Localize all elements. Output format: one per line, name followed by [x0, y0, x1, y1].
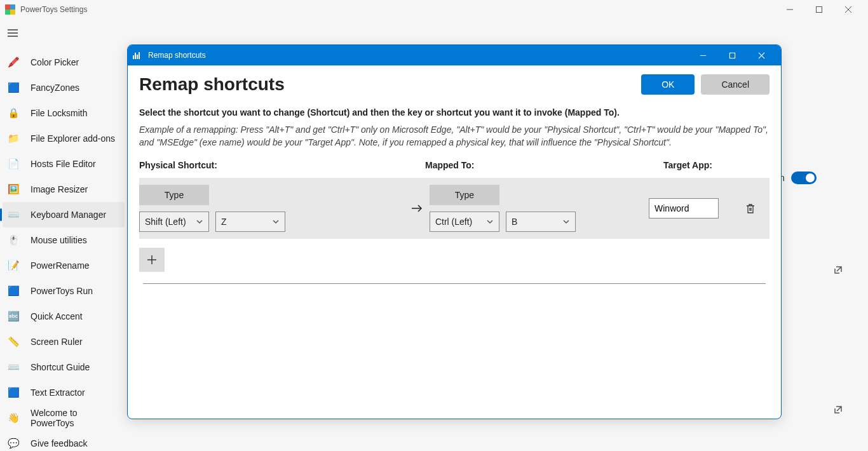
- dialog-icon: [133, 51, 143, 59]
- sidebar-item-label: Keyboard Manager: [31, 210, 106, 220]
- dialog-titlebar: Remap shortcuts: [128, 45, 781, 65]
- fancyzones-icon: 🟦: [8, 82, 19, 93]
- sidebar-item-keyboard-manager[interactable]: ⌨️Keyboard Manager: [3, 202, 125, 227]
- app-icon: [5, 4, 15, 15]
- run-icon: 🟦: [8, 285, 19, 297]
- svg-rect-1: [817, 7, 822, 13]
- chevron-down-icon: [562, 218, 570, 226]
- lock-icon: 🔒: [8, 107, 19, 119]
- dialog-maximize-button[interactable]: [717, 45, 747, 65]
- mapped-key2-dropdown[interactable]: B: [506, 212, 576, 232]
- sidebar-item-label: Mouse utilities: [31, 235, 87, 245]
- hamburger-button[interactable]: [0, 22, 25, 44]
- mapped-type-button[interactable]: Type: [430, 185, 499, 205]
- remap-shortcuts-dialog: Remap shortcuts Remap shortcuts OK Cance…: [127, 44, 782, 419]
- column-mapped-label: Mapped To:: [425, 160, 663, 170]
- text-icon: 🟦: [8, 387, 19, 398]
- close-button[interactable]: [834, 0, 863, 19]
- sidebar-item-label: Screen Ruler: [31, 337, 83, 347]
- document-icon: 📄: [8, 158, 19, 170]
- image-icon: 🖼️: [8, 184, 19, 195]
- sidebar-item-label: Shortcut Guide: [31, 362, 90, 372]
- sidebar-item-fancyzones[interactable]: 🟦FancyZones: [0, 75, 127, 100]
- shortcut-icon: ⌨️: [8, 361, 19, 373]
- arrow-right-icon: [410, 202, 423, 215]
- example-text: Example of a remapping: Press "Alt+T" an…: [139, 124, 770, 149]
- physical-type-button[interactable]: Type: [139, 185, 209, 205]
- window-title: PowerToys Settings: [20, 5, 87, 14]
- sidebar-item-shortcut-guide[interactable]: ⌨️Shortcut Guide: [0, 354, 127, 380]
- sidebar-item-label: Give feedback: [31, 438, 88, 448]
- chevron-down-icon: [272, 218, 280, 226]
- remap-row: Type Shift (Left) Z Type Ctrl (Left) B: [139, 178, 770, 239]
- keyboard-icon: ⌨️: [8, 209, 19, 220]
- accent-icon: 🔤: [8, 311, 19, 322]
- columns-header: Physical Shortcut: Mapped To: Target App…: [139, 160, 770, 170]
- target-app-input[interactable]: [649, 198, 719, 219]
- ok-button[interactable]: OK: [641, 74, 695, 95]
- sidebar-item-label: Image Resizer: [31, 184, 88, 194]
- sidebar-item-label: Color Picker: [31, 57, 79, 67]
- sidebar-item-hosts-editor[interactable]: 📄Hosts File Editor: [0, 151, 127, 177]
- chevron-down-icon: [196, 218, 203, 226]
- sidebar-item-file-locksmith[interactable]: 🔒File Locksmith: [0, 100, 127, 126]
- sidebar-item-label: FancyZones: [31, 83, 79, 93]
- sidebar-item-label: PowerToys Run: [31, 286, 93, 296]
- sidebar-item-mouse-utilities[interactable]: 🖱️Mouse utilities: [0, 227, 127, 253]
- sidebar-item-quick-accent[interactable]: 🔤Quick Accent: [0, 304, 127, 329]
- mapped-key1-dropdown[interactable]: Ctrl (Left): [430, 212, 499, 232]
- rename-icon: 📝: [8, 260, 19, 271]
- sidebar-item-label: File Explorer add-ons: [31, 133, 115, 144]
- sidebar-item-color-picker[interactable]: 🖍️Color Picker: [0, 50, 127, 75]
- divider: [143, 283, 766, 284]
- setting-card-2[interactable]: [792, 394, 855, 426]
- ruler-icon: 📏: [8, 336, 19, 347]
- sidebar-item-file-explorer[interactable]: 📁File Explorer add-ons: [0, 126, 127, 151]
- sidebar-item-label: Quick Accent: [31, 311, 83, 321]
- sidebar-item-label: File Locksmith: [31, 108, 87, 118]
- sidebar-item-feedback[interactable]: 💬Give feedback: [0, 431, 127, 451]
- minimize-button[interactable]: [775, 0, 804, 19]
- feedback-icon: 💬: [8, 438, 19, 449]
- sidebar-item-image-resizer[interactable]: 🖼️Image Resizer: [0, 177, 127, 202]
- plus-icon: [146, 254, 158, 266]
- sidebar-item-screen-ruler[interactable]: 📏Screen Ruler: [0, 329, 127, 354]
- setting-card[interactable]: [792, 254, 855, 286]
- chevron-down-icon: [486, 218, 494, 226]
- sidebar-item-powertoys-run[interactable]: 🟦PowerToys Run: [0, 278, 127, 304]
- sidebar-item-powerrename[interactable]: 📝PowerRename: [0, 253, 127, 278]
- column-physical-label: Physical Shortcut:: [139, 160, 425, 170]
- add-row-button[interactable]: [139, 248, 165, 272]
- folder-icon: 📁: [8, 133, 19, 144]
- sidebar-item-text-extractor[interactable]: 🟦Text Extractor: [0, 380, 127, 405]
- welcome-icon: 👋: [8, 412, 19, 424]
- sidebar: 🖍️Color Picker 🟦FancyZones 🔒File Locksmi…: [0, 19, 127, 451]
- mouse-icon: 🖱️: [8, 234, 19, 246]
- dialog-minimize-button[interactable]: [688, 45, 717, 65]
- instruction-text: Select the shortcut you want to change (…: [139, 107, 770, 118]
- svg-rect-8: [729, 53, 735, 58]
- open-link-icon: [834, 405, 843, 414]
- column-target-label: Target App:: [663, 160, 770, 170]
- sidebar-item-label: Welcome to PowerToys: [31, 408, 119, 428]
- titlebar: PowerToys Settings: [0, 0, 868, 19]
- sidebar-item-label: Text Extractor: [31, 387, 85, 398]
- color-picker-icon: 🖍️: [8, 57, 19, 68]
- dialog-close-button[interactable]: [747, 45, 776, 65]
- delete-row-button[interactable]: [744, 202, 757, 215]
- cancel-button[interactable]: Cancel: [701, 74, 770, 95]
- enable-toggle-row: On: [773, 165, 855, 191]
- dialog-title: Remap shortcuts: [148, 51, 206, 60]
- enable-toggle[interactable]: [791, 172, 817, 184]
- sidebar-item-label: PowerRename: [31, 260, 90, 271]
- open-link-icon: [834, 266, 843, 274]
- physical-key1-dropdown[interactable]: Shift (Left): [139, 212, 209, 232]
- sidebar-item-label: Hosts File Editor: [31, 159, 96, 169]
- sidebar-item-welcome[interactable]: 👋Welcome to PowerToys: [0, 405, 127, 431]
- physical-key2-dropdown[interactable]: Z: [215, 212, 285, 232]
- maximize-button[interactable]: [804, 0, 834, 19]
- dialog-heading: Remap shortcuts: [139, 74, 641, 95]
